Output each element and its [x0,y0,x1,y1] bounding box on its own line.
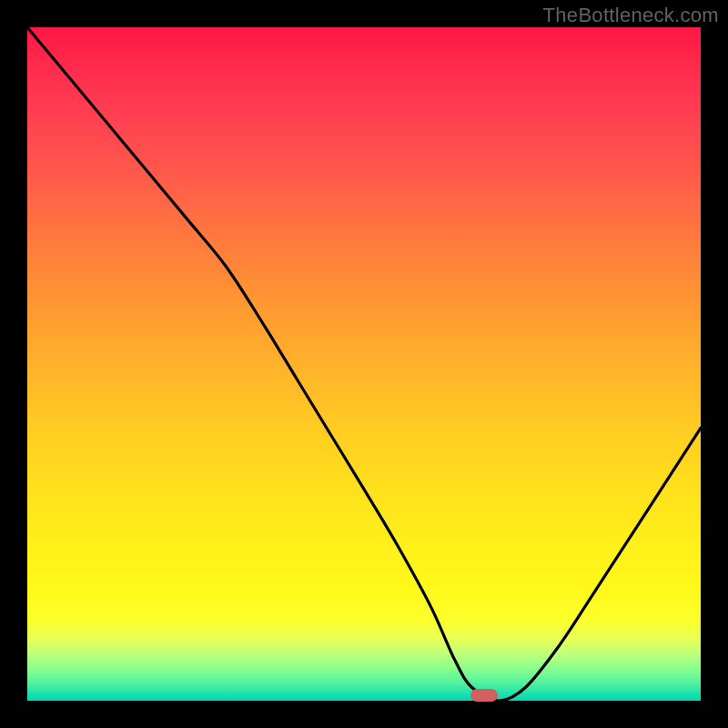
plot-area [27,27,701,701]
watermark-text: TheBottleneck.com [543,4,719,27]
optimum-marker [470,689,498,702]
curve-svg [27,27,701,701]
chart-frame: TheBottleneck.com [0,0,728,728]
bottleneck-curve [27,27,701,701]
